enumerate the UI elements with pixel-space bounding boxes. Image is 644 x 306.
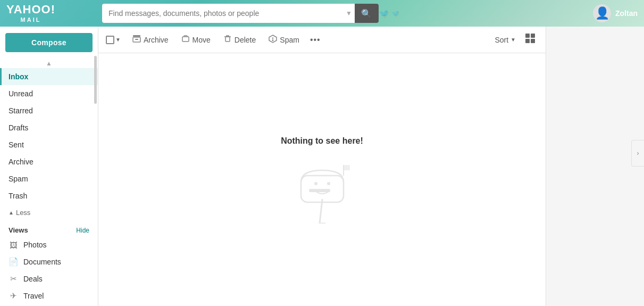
svg-line-12 <box>320 200 322 224</box>
select-all-checkbox[interactable] <box>106 36 114 44</box>
svg-point-18 <box>314 182 317 185</box>
toolbar: ▼ Archive <box>98 27 546 53</box>
logo-area: YAHOO! MAIL <box>6 4 102 23</box>
svg-point-7 <box>273 40 273 40</box>
views-title: Views <box>9 226 28 234</box>
svg-rect-17 <box>344 165 350 170</box>
svg-rect-10 <box>525 39 530 43</box>
sidebar-item-deals[interactable]: ✂ Deals <box>0 270 98 287</box>
sidebar-item-documents[interactable]: 📄 Documents <box>0 253 98 270</box>
empty-message: Nothing to see here! <box>281 136 363 146</box>
svg-rect-3 <box>182 37 189 42</box>
birds-decoration: 🐦 🐦 <box>379 9 400 19</box>
sidebar-item-trash[interactable]: Trash <box>0 187 98 204</box>
sort-chevron-icon: ▼ <box>511 37 516 43</box>
svg-rect-8 <box>525 34 530 38</box>
svg-rect-15 <box>309 189 330 192</box>
archive-label: Archive <box>144 36 169 44</box>
move-label: Move <box>193 36 211 44</box>
delete-label: Delete <box>235 36 256 44</box>
sort-button[interactable]: Sort ▼ <box>490 33 520 47</box>
avatar: 👤 <box>593 4 611 22</box>
sidebar-item-starred[interactable]: Starred <box>0 102 98 119</box>
less-toggle[interactable]: ▲ Less <box>0 204 98 221</box>
drafts-label: Drafts <box>9 123 28 132</box>
compose-button[interactable]: Compose <box>5 33 93 52</box>
search-area: ▼ 🔍 <box>102 4 379 23</box>
trash-label: Trash <box>9 192 27 200</box>
svg-rect-11 <box>531 39 535 43</box>
deals-icon: ✂ <box>9 274 18 284</box>
layout-toggle-button[interactable] <box>522 30 538 49</box>
sent-label: Sent <box>9 140 24 149</box>
expand-panel-button[interactable]: › <box>631 140 644 167</box>
yahoo-logo: YAHOO! <box>6 4 55 15</box>
search-button[interactable]: 🔍 <box>355 4 379 23</box>
sidebar-item-sent[interactable]: Sent <box>0 136 98 153</box>
scroll-up-indicator: ▲ <box>0 59 98 68</box>
sidebar-item-inbox[interactable]: Inbox <box>0 68 98 85</box>
delete-button[interactable]: Delete <box>218 32 261 47</box>
sidebar-item-archive[interactable]: Archive <box>0 153 98 170</box>
move-button[interactable]: Move <box>176 32 216 47</box>
sidebar-item-unread[interactable]: Unread <box>0 85 98 102</box>
archive-icon <box>132 35 141 45</box>
deals-label: Deals <box>23 275 43 283</box>
sidebar-scrollbar[interactable] <box>94 56 97 104</box>
header-right: 👤 Zoltan <box>593 4 638 22</box>
sidebar-item-travel[interactable]: ✈ Travel <box>0 287 98 304</box>
svg-rect-2 <box>135 39 138 40</box>
archive-button[interactable]: Archive <box>127 32 174 47</box>
spam-label: Spam <box>9 175 28 183</box>
select-all-area[interactable]: ▼ <box>106 36 121 44</box>
right-panel <box>546 27 644 306</box>
svg-point-19 <box>327 182 330 185</box>
starred-label: Starred <box>9 106 33 115</box>
unread-label: Unread <box>9 89 33 98</box>
documents-label: Documents <box>23 258 61 266</box>
username-label: Zoltan <box>615 9 638 18</box>
travel-icon: ✈ <box>9 291 18 301</box>
less-label: Less <box>16 209 30 217</box>
content-column: ▼ Archive <box>98 27 546 306</box>
sidebar-item-drafts[interactable]: Drafts <box>0 119 98 136</box>
sidebar-item-spam[interactable]: Spam <box>0 170 98 187</box>
mail-logo: MAIL <box>21 16 41 23</box>
spam-label: Spam <box>280 36 299 44</box>
svg-rect-9 <box>531 34 535 38</box>
inbox-label: Inbox <box>9 72 28 81</box>
header: YAHOO! MAIL ▼ 🔍 🐦 🐦 👤 Zoltan <box>0 0 644 27</box>
chevron-up-icon: ▲ <box>9 210 14 216</box>
photos-icon: 🖼 <box>9 240 18 250</box>
sort-label: Sort <box>495 36 508 44</box>
svg-rect-0 <box>133 35 140 37</box>
select-dropdown-chevron[interactable]: ▼ <box>115 37 121 43</box>
travel-label: Travel <box>23 292 44 300</box>
spam-icon <box>269 35 277 45</box>
hide-views-button[interactable]: Hide <box>76 227 89 234</box>
documents-icon: 📄 <box>9 257 18 267</box>
spam-button[interactable]: Spam <box>263 32 305 47</box>
sidebar-item-photos[interactable]: 🖼 Photos <box>0 236 98 253</box>
views-header: Views Hide <box>0 221 98 236</box>
delete-icon <box>223 35 232 45</box>
search-icon: 🔍 <box>361 9 372 19</box>
move-icon <box>181 35 190 45</box>
more-actions-button[interactable]: ••• <box>307 32 324 47</box>
photos-label: Photos <box>23 241 47 249</box>
archive-label: Archive <box>9 158 34 166</box>
user-profile[interactable]: 👤 Zoltan <box>593 4 638 22</box>
chevron-right-icon: › <box>637 150 639 157</box>
empty-mailbox-illustration <box>290 154 354 224</box>
email-list: Nothing to see here! <box>98 53 546 306</box>
svg-rect-4 <box>225 37 230 42</box>
empty-state: Nothing to see here! <box>281 136 363 224</box>
sidebar: Compose ▲ Inbox Unread Starred Drafts Se… <box>0 27 98 306</box>
search-input[interactable] <box>102 4 355 23</box>
main-layout: Compose ▲ Inbox Unread Starred Drafts Se… <box>0 27 644 306</box>
